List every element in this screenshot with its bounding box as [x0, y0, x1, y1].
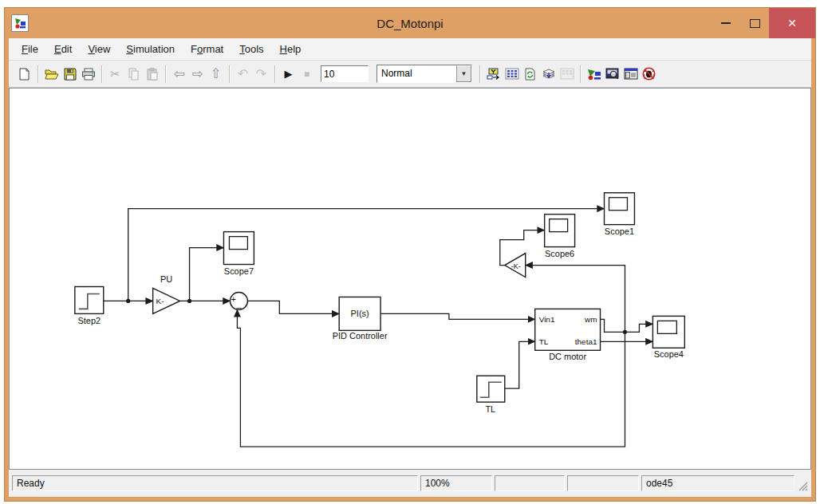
start-simulation-button[interactable]: ▶ — [279, 65, 298, 84]
port-label-vin1: Vin1 — [539, 315, 555, 324]
block-sum[interactable]: + _ — [230, 292, 247, 309]
cut-button[interactable]: ✂ — [106, 65, 124, 84]
status-field-2 — [495, 475, 565, 491]
model-canvas[interactable]: Step2 K- PU Scope7 — [9, 88, 811, 470]
sum-plus-sign: + — [231, 294, 235, 304]
maximize-button[interactable] — [740, 8, 769, 38]
model-browser-toggle-button[interactable] — [558, 65, 576, 84]
block-step2[interactable]: Step2 — [75, 286, 104, 325]
block-label: DC motor — [549, 352, 586, 361]
port-label-tl: TL — [539, 337, 549, 346]
screenshot-page: DC_Motonpi ✕ File Edit View Simulation F… — [0, 0, 820, 504]
menu-tools[interactable]: Tools — [231, 40, 271, 58]
copy-icon — [128, 68, 140, 81]
window-chrome: File Edit View Simulation Format Tools H… — [9, 38, 811, 497]
gain-value: -K- — [511, 262, 521, 270]
wire-tl-to-dcmotor[interactable] — [505, 341, 535, 388]
wire-branch-to-scope7[interactable] — [190, 248, 224, 301]
simulation-mode-select[interactable]: Normal ▼ — [376, 65, 472, 83]
menubar: File Edit View Simulation Format Tools H… — [9, 38, 811, 61]
go-up-icon: ⇧ — [210, 67, 221, 81]
block-scope6[interactable]: Scope6 — [545, 215, 575, 258]
new-model-button[interactable] — [15, 65, 34, 84]
print-button[interactable] — [79, 65, 97, 84]
go-forward-button[interactable]: ⇨ — [188, 65, 207, 84]
close-button[interactable]: ✕ — [769, 8, 815, 38]
toolbar-separator — [101, 65, 102, 83]
block-label: Scope1 — [605, 226, 634, 236]
block-scope4[interactable]: Scope4 — [652, 316, 684, 359]
open-model-button[interactable] — [42, 65, 61, 84]
toolbar-separator — [37, 65, 38, 83]
block-scope1[interactable]: Scope1 — [605, 193, 635, 236]
go-up-button[interactable]: ⇧ — [207, 65, 225, 84]
model-explorer-button[interactable] — [539, 65, 558, 84]
simulink-model-window: DC_Motonpi ✕ File Edit View Simulation F… — [5, 8, 815, 501]
resize-grip[interactable] — [797, 475, 808, 491]
refresh-model-icon — [524, 68, 536, 81]
simulink-library-icon — [587, 68, 601, 81]
window-title: DC_Motonpi — [5, 17, 815, 30]
wire-pid-to-dcmotor[interactable] — [380, 313, 535, 319]
pid-value: PI(s) — [351, 309, 369, 318]
copy-button[interactable] — [124, 65, 143, 84]
go-forward-icon: ⇨ — [191, 67, 203, 81]
simulation-time-input[interactable] — [321, 65, 369, 82]
block-label: TL — [485, 404, 495, 414]
toolbar-separator — [165, 65, 166, 83]
menu-view[interactable]: View — [80, 40, 118, 58]
redo-icon: ↷ — [256, 68, 266, 81]
toolbar-separator — [479, 65, 480, 83]
block-tl[interactable]: TL — [477, 376, 505, 414]
menu-edit[interactable]: Edit — [46, 40, 80, 58]
block-dc-motor[interactable]: Vin1 wm TL theta1 DC motor — [535, 309, 601, 361]
menu-help[interactable]: Help — [272, 40, 309, 58]
sum-minus-sign: _ — [235, 299, 242, 309]
chevron-down-icon[interactable]: ▼ — [456, 65, 471, 82]
stop-simulation-icon: ■ — [304, 69, 309, 79]
build-model-button[interactable] — [484, 65, 503, 84]
menu-simulation[interactable]: Simulation — [118, 40, 183, 58]
simulink-library-button[interactable] — [585, 65, 603, 84]
find-in-model-icon — [605, 68, 620, 81]
menu-file[interactable]: File — [14, 40, 46, 58]
block-pid-controller[interactable]: PI(s) PID Controller — [333, 297, 388, 341]
caption-buttons: ✕ — [712, 8, 815, 38]
save-model-button[interactable] — [61, 65, 79, 84]
block-label: Scope4 — [654, 349, 684, 359]
stop-simulation-button[interactable]: ■ — [298, 65, 316, 84]
minimize-icon — [721, 22, 731, 24]
block-label: Scope7 — [224, 266, 254, 276]
paste-icon — [146, 68, 158, 81]
block-label: Scope6 — [545, 249, 574, 258]
menu-format[interactable]: Format — [183, 40, 231, 58]
refresh-model-button[interactable] — [521, 65, 539, 84]
block-gain-pu[interactable]: K- PU — [153, 274, 180, 313]
open-icon — [45, 68, 59, 80]
block-gain-feedback[interactable]: -K- — [505, 254, 526, 278]
library-browser-button[interactable] — [503, 65, 521, 84]
debugger-icon — [642, 67, 656, 81]
paste-button[interactable] — [143, 65, 161, 84]
port-label-theta1: theta1 — [575, 337, 597, 346]
redo-button[interactable]: ↷ — [252, 65, 270, 84]
gain-value: K- — [156, 297, 164, 305]
undo-button[interactable]: ↶ — [234, 65, 252, 84]
debugger-button[interactable] — [640, 65, 658, 84]
branch-dot — [623, 330, 627, 334]
wire-wm-to-scope4[interactable] — [601, 319, 653, 332]
zoom-level: 100% — [420, 475, 492, 491]
wire-branch-to-scope1[interactable] — [128, 209, 605, 301]
model-browser-button[interactable] — [621, 65, 640, 84]
maximize-icon — [750, 19, 760, 28]
wire-sum-to-pid[interactable] — [247, 301, 339, 313]
block-label: PID Controller — [333, 331, 388, 341]
go-back-button[interactable]: ⇦ — [170, 65, 188, 84]
cut-icon: ✂ — [110, 68, 120, 80]
start-simulation-icon: ▶ — [285, 69, 293, 79]
block-scope7[interactable]: Scope7 — [223, 232, 254, 276]
status-field-3 — [567, 475, 639, 491]
model-browser-disabled-icon — [560, 68, 574, 80]
minimize-button[interactable] — [712, 8, 740, 38]
find-in-model-button[interactable] — [603, 65, 621, 84]
